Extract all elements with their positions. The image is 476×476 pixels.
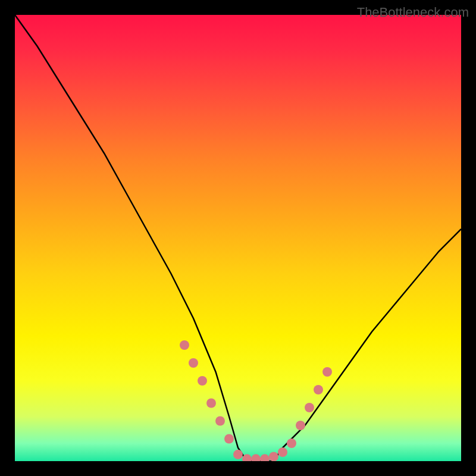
highlight-dot	[215, 416, 225, 426]
highlight-dot	[260, 454, 270, 461]
highlight-dot	[278, 447, 287, 457]
highlight-dot	[189, 358, 198, 368]
highlight-dot	[233, 450, 243, 459]
curve-svg	[15, 15, 461, 461]
highlight-dot	[269, 452, 278, 462]
highlight-dot	[206, 399, 216, 408]
chart-area	[15, 15, 461, 461]
watermark-text: TheBottleneck.com	[357, 5, 469, 20]
bottleneck-curve	[15, 15, 461, 461]
highlight-dot	[180, 340, 189, 350]
highlight-dot	[224, 434, 234, 444]
highlight-dots	[180, 340, 332, 461]
highlight-dot	[296, 421, 305, 430]
highlight-dot	[198, 376, 207, 386]
highlight-dot	[314, 385, 323, 394]
highlight-dot	[305, 403, 314, 412]
highlight-dot	[322, 367, 332, 377]
highlight-dot	[287, 439, 296, 448]
highlight-dot	[251, 454, 261, 461]
